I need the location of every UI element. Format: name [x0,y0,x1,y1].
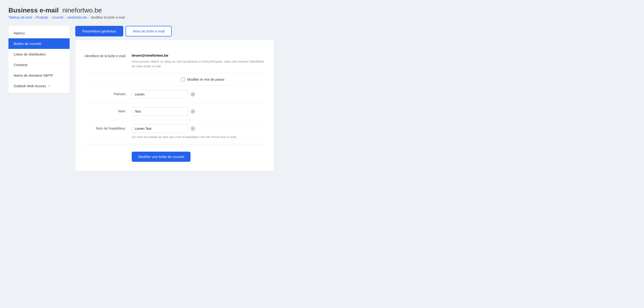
breadcrumb-courriel[interactable]: Courriel [52,16,63,19]
page-title-light: ninefortwo.be [62,6,102,14]
sidebar: Aperçu Boîtes de courriel Listes de dist… [8,26,70,93]
sender-row: Nom de l'expéditeur: Ce nom est visible … [85,120,264,144]
breadcrumb-produits[interactable]: Produits [36,16,48,19]
sidebar-item-owa[interactable]: Outlook Web Access ↗ [8,81,70,91]
sender-check-icon [190,126,195,131]
change-password-label[interactable]: Modifier le mot de passe [187,78,224,81]
sender-label: Nom de l'expéditeur: [85,124,132,131]
sender-input[interactable] [132,124,188,133]
lastname-check-icon [190,109,195,114]
sidebar-item-apercu[interactable]: Aperçu [8,28,70,38]
firstname-label: Prénom: [85,90,132,97]
sidebar-item-listes[interactable]: Listes de distribution [8,49,70,60]
main-content: Paramètres généraux Alias de boîte e-mai… [75,26,274,171]
sidebar-item-boites[interactable]: Boîtes de courriel [8,38,70,49]
mailbox-id-hint: Vous pouvez définir un alias en tant qu'… [132,59,264,69]
mailbox-id-label: Identifiant de la boîte e-mail: [85,52,132,58]
sidebar-item-contacts[interactable]: Contacts [8,60,70,70]
breadcrumb: Tableau de bord › Produits › Courriel › … [8,16,274,19]
lastname-input[interactable] [132,107,188,116]
external-link-icon: ↗ [48,84,50,88]
breadcrumb-domain[interactable]: ninefortwo.be [67,16,87,19]
page-title-bold: Business e-mail [8,6,58,14]
sidebar-item-smtp[interactable]: Noms de domaine SMTP [8,70,70,81]
submit-row: Modifier une boîte de courriel [85,145,264,162]
breadcrumb-current: Modifiez la boîte e-mail [91,16,125,19]
breadcrumb-sep-1: › [34,16,34,19]
lastname-row: Nom: [85,103,264,120]
page-title: Business e-mail ninefortwo.be [8,6,274,14]
firstname-input[interactable] [132,90,188,98]
mailbox-id-value-wrapper: lieven@ninefortwo.be Vous pouvez définir… [132,52,264,69]
mailbox-id-email: lieven@ninefortwo.be [132,52,264,57]
lastname-label: Nom: [85,107,132,114]
sender-value-wrapper: Ce nom est visible en tant que nom d'exp… [132,124,264,140]
sender-hint: Ce nom est visible en tant que nom d'exp… [132,135,264,140]
mailbox-id-row: Identifiant de la boîte e-mail: lieven@n… [85,48,264,73]
tab-parametres-generaux[interactable]: Paramètres généraux [75,26,123,36]
breadcrumb-sep-2: › [50,16,50,19]
breadcrumb-sep-3: › [65,16,66,19]
change-password-checkbox[interactable] [181,78,185,81]
change-password-row: Modifier le mot de passe [85,73,264,86]
form-card: Identifiant de la boîte e-mail: lieven@n… [75,40,274,171]
submit-button[interactable]: Modifier une boîte de courriel [132,152,190,162]
tab-alias[interactable]: Alias de boîte e-mail [126,26,172,36]
breadcrumb-tableau[interactable]: Tableau de bord [8,16,32,19]
lastname-value-wrapper [132,107,264,116]
breadcrumb-sep-4: › [88,16,90,19]
firstname-row: Prénom: [85,86,264,103]
firstname-check-icon [190,92,195,97]
tab-bar: Paramètres généraux Alias de boîte e-mai… [75,26,274,36]
firstname-value-wrapper [132,90,264,98]
